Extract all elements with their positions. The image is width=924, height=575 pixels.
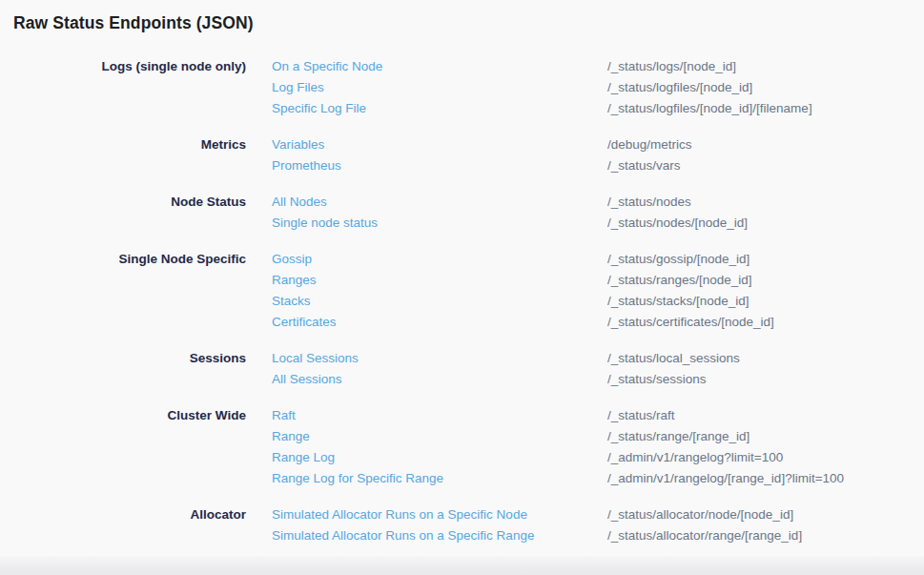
endpoint-row: Simulated Allocator Runs on a Specific R… xyxy=(272,525,924,546)
endpoint-link[interactable]: Certificates xyxy=(272,312,607,333)
endpoint-link[interactable]: Gossip xyxy=(272,249,607,270)
category-label: Cluster Wide xyxy=(0,405,246,489)
category-label: Allocator xyxy=(0,504,246,546)
endpoint-row: Variables /debug/metrics xyxy=(272,134,924,155)
endpoint-row: Raft /_status/raft xyxy=(272,405,924,426)
content-area: Raw Status Endpoints (JSON) Logs (single… xyxy=(0,0,924,556)
endpoint-path: /_status/logfiles/[node_id] xyxy=(607,77,924,98)
endpoint-path: /_status/allocator/range/[range_id] xyxy=(607,525,924,546)
endpoint-row: Gossip /_status/gossip/[node_id] xyxy=(272,249,924,270)
entry-list: Local Sessions /_status/local_sessions A… xyxy=(272,348,924,390)
endpoint-row: Range Log for Specific Range /_admin/v1/… xyxy=(272,468,924,489)
category-label: Metrics xyxy=(0,134,246,176)
endpoint-path: /_status/local_sessions xyxy=(607,348,924,369)
endpoint-path: /_status/range/[range_id] xyxy=(607,426,924,447)
endpoint-row: All Nodes /_status/nodes xyxy=(272,192,924,213)
endpoint-row: On a Specific Node /_status/logs/[node_i… xyxy=(272,56,924,77)
endpoint-link[interactable]: Log Files xyxy=(272,77,607,98)
endpoint-path: /_status/raft xyxy=(607,405,924,426)
endpoint-groups: Logs (single node only) On a Specific No… xyxy=(0,56,924,546)
category-label: Sessions xyxy=(0,348,246,390)
entry-list: On a Specific Node /_status/logs/[node_i… xyxy=(272,56,924,119)
footer-band xyxy=(0,556,924,575)
endpoint-path: /_admin/v1/rangelog/[range_id]?limit=100 xyxy=(607,468,924,489)
endpoint-link[interactable]: On a Specific Node xyxy=(272,56,607,77)
endpoint-row: Range /_status/range/[range_id] xyxy=(272,426,924,447)
endpoint-link[interactable]: Raft xyxy=(272,405,607,426)
endpoint-path: /_status/vars xyxy=(607,155,924,176)
category-label: Logs (single node only) xyxy=(0,56,246,119)
endpoint-link[interactable]: Stacks xyxy=(272,291,607,312)
endpoint-group: Sessions Local Sessions /_status/local_s… xyxy=(0,348,924,390)
endpoint-group: Single Node Specific Gossip /_status/gos… xyxy=(0,249,924,333)
endpoint-link[interactable]: Range Log xyxy=(272,447,607,468)
endpoint-link[interactable]: Range xyxy=(272,426,607,447)
endpoint-group: Node Status All Nodes /_status/nodes Sin… xyxy=(0,192,924,234)
endpoint-link[interactable]: All Nodes xyxy=(272,192,607,213)
endpoint-path: /_status/stacks/[node_id] xyxy=(607,291,924,312)
endpoint-row: Log Files /_status/logfiles/[node_id] xyxy=(272,77,924,98)
page-title: Raw Status Endpoints (JSON) xyxy=(13,11,924,34)
entry-list: Gossip /_status/gossip/[node_id] Ranges … xyxy=(272,249,924,333)
endpoint-link[interactable]: Ranges xyxy=(272,270,607,291)
endpoint-row: Simulated Allocator Runs on a Specific N… xyxy=(272,504,924,525)
endpoint-path: /_status/logfiles/[node_id]/[filename] xyxy=(607,98,924,119)
endpoint-row: All Sessions /_status/sessions xyxy=(272,369,924,390)
endpoint-group: Metrics Variables /debug/metrics Prometh… xyxy=(0,134,924,176)
category-label: Single Node Specific xyxy=(0,249,246,333)
endpoint-row: Range Log /_admin/v1/rangelog?limit=100 xyxy=(272,447,924,468)
endpoint-row: Local Sessions /_status/local_sessions xyxy=(272,348,924,369)
entry-list: All Nodes /_status/nodes Single node sta… xyxy=(272,192,924,234)
endpoint-path: /_status/allocator/node/[node_id] xyxy=(607,504,924,525)
endpoint-link[interactable]: Range Log for Specific Range xyxy=(272,468,607,489)
entry-list: Simulated Allocator Runs on a Specific N… xyxy=(272,504,924,546)
endpoint-link[interactable]: All Sessions xyxy=(272,369,607,390)
endpoint-path: /_status/nodes xyxy=(607,192,924,213)
endpoint-path: /_status/sessions xyxy=(607,369,924,390)
endpoint-row: Certificates /_status/certificates/[node… xyxy=(272,312,924,333)
entry-list: Variables /debug/metrics Prometheus /_st… xyxy=(272,134,924,176)
endpoint-link[interactable]: Single node status xyxy=(272,213,607,234)
endpoint-group: Cluster Wide Raft /_status/raft Range /_… xyxy=(0,405,924,489)
category-label: Node Status xyxy=(0,192,246,234)
endpoint-group: Allocator Simulated Allocator Runs on a … xyxy=(0,504,924,546)
endpoint-path: /_status/certificates/[node_id] xyxy=(607,312,924,333)
endpoint-link[interactable]: Simulated Allocator Runs on a Specific N… xyxy=(272,504,607,525)
endpoint-link[interactable]: Prometheus xyxy=(272,155,607,176)
endpoint-path: /_status/nodes/[node_id] xyxy=(607,213,924,234)
endpoint-row: Single node status /_status/nodes/[node_… xyxy=(272,213,924,234)
endpoint-row: Stacks /_status/stacks/[node_id] xyxy=(272,291,924,312)
entry-list: Raft /_status/raft Range /_status/range/… xyxy=(272,405,924,489)
endpoint-row: Specific Log File /_status/logfiles/[nod… xyxy=(272,98,924,119)
endpoint-path: /_admin/v1/rangelog?limit=100 xyxy=(607,447,924,468)
endpoint-row: Ranges /_status/ranges/[node_id] xyxy=(272,270,924,291)
endpoint-link[interactable]: Simulated Allocator Runs on a Specific R… xyxy=(272,525,607,546)
endpoint-row: Prometheus /_status/vars xyxy=(272,155,924,176)
endpoint-link[interactable]: Variables xyxy=(272,134,607,155)
endpoint-group: Logs (single node only) On a Specific No… xyxy=(0,56,924,119)
endpoint-path: /debug/metrics xyxy=(607,134,924,155)
endpoint-link[interactable]: Local Sessions xyxy=(272,348,607,369)
endpoint-path: /_status/gossip/[node_id] xyxy=(607,249,924,270)
endpoint-link[interactable]: Specific Log File xyxy=(272,98,607,119)
endpoint-path: /_status/logs/[node_id] xyxy=(607,56,924,77)
endpoint-path: /_status/ranges/[node_id] xyxy=(607,270,924,291)
